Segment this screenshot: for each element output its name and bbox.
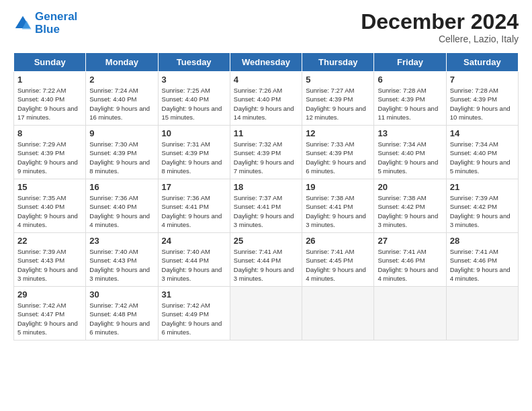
- day-number: 27: [378, 236, 442, 246]
- cell-info: Sunrise: 7:42 AM Sunset: 4:48 PM Dayligh…: [89, 301, 154, 336]
- header-day: Monday: [86, 53, 158, 72]
- day-number: 6: [378, 75, 442, 85]
- day-number: 18: [234, 182, 298, 192]
- cell-info: Sunrise: 7:41 AM Sunset: 4:45 PM Dayligh…: [306, 247, 370, 283]
- cell-info: Sunrise: 7:26 AM Sunset: 4:40 PM Dayligh…: [234, 86, 298, 122]
- cell-info: Sunrise: 7:42 AM Sunset: 4:47 PM Dayligh…: [17, 301, 82, 336]
- day-number: 11: [234, 128, 298, 138]
- day-number: 8: [17, 128, 82, 138]
- logo-text: General Blue: [35, 11, 77, 36]
- calendar-cell: 30Sunrise: 7:42 AM Sunset: 4:48 PM Dayli…: [86, 287, 158, 340]
- month-title: December 2024: [361, 11, 519, 32]
- day-number: 19: [306, 182, 370, 192]
- calendar-cell: 3Sunrise: 7:25 AM Sunset: 4:40 PM Daylig…: [158, 72, 230, 126]
- calendar-cell: 31Sunrise: 7:42 AM Sunset: 4:49 PM Dayli…: [158, 287, 230, 340]
- header-day: Saturday: [446, 53, 518, 72]
- calendar-week: 29Sunrise: 7:42 AM Sunset: 4:47 PM Dayli…: [14, 287, 519, 340]
- calendar-cell: 29Sunrise: 7:42 AM Sunset: 4:47 PM Dayli…: [14, 287, 86, 340]
- day-number: 16: [89, 182, 154, 192]
- calendar-cell: 10Sunrise: 7:31 AM Sunset: 4:39 PM Dayli…: [158, 126, 230, 179]
- cell-info: Sunrise: 7:39 AM Sunset: 4:42 PM Dayligh…: [450, 193, 515, 229]
- day-number: 5: [306, 75, 370, 85]
- day-number: 20: [378, 182, 442, 192]
- cell-info: Sunrise: 7:41 AM Sunset: 4:46 PM Dayligh…: [378, 247, 442, 283]
- day-number: 31: [162, 289, 226, 300]
- cell-info: Sunrise: 7:38 AM Sunset: 4:41 PM Dayligh…: [306, 193, 370, 229]
- cell-info: Sunrise: 7:40 AM Sunset: 4:43 PM Dayligh…: [89, 247, 154, 283]
- cell-info: Sunrise: 7:36 AM Sunset: 4:40 PM Dayligh…: [89, 193, 154, 229]
- cell-info: Sunrise: 7:29 AM Sunset: 4:39 PM Dayligh…: [17, 140, 82, 175]
- cell-info: Sunrise: 7:34 AM Sunset: 4:40 PM Dayligh…: [378, 140, 442, 175]
- cell-info: Sunrise: 7:41 AM Sunset: 4:46 PM Dayligh…: [450, 247, 515, 283]
- title-block: December 2024 Cellere, Lazio, Italy: [361, 11, 519, 44]
- calendar-cell: 16Sunrise: 7:36 AM Sunset: 4:40 PM Dayli…: [86, 179, 158, 233]
- calendar-cell: 21Sunrise: 7:39 AM Sunset: 4:42 PM Dayli…: [446, 179, 518, 233]
- cell-info: Sunrise: 7:36 AM Sunset: 4:41 PM Dayligh…: [162, 193, 226, 229]
- day-number: 14: [450, 128, 515, 138]
- calendar-cell: 4Sunrise: 7:26 AM Sunset: 4:40 PM Daylig…: [230, 72, 302, 126]
- calendar-cell: 12Sunrise: 7:33 AM Sunset: 4:39 PM Dayli…: [302, 126, 374, 179]
- day-number: 29: [17, 289, 82, 300]
- cell-info: Sunrise: 7:37 AM Sunset: 4:41 PM Dayligh…: [234, 193, 298, 229]
- header: General Blue December 2024 Cellere, Lazi…: [13, 11, 519, 44]
- day-number: 4: [234, 75, 298, 85]
- calendar-cell: 15Sunrise: 7:35 AM Sunset: 4:40 PM Dayli…: [14, 179, 86, 233]
- cell-info: Sunrise: 7:35 AM Sunset: 4:40 PM Dayligh…: [17, 193, 82, 229]
- location: Cellere, Lazio, Italy: [361, 34, 519, 44]
- calendar-cell: 1Sunrise: 7:22 AM Sunset: 4:40 PM Daylig…: [14, 72, 86, 126]
- calendar-cell: 13Sunrise: 7:34 AM Sunset: 4:40 PM Dayli…: [374, 126, 446, 179]
- day-number: 23: [89, 236, 154, 246]
- calendar-cell: 18Sunrise: 7:37 AM Sunset: 4:41 PM Dayli…: [230, 179, 302, 233]
- cell-info: Sunrise: 7:24 AM Sunset: 4:40 PM Dayligh…: [89, 86, 154, 122]
- header-day: Wednesday: [230, 53, 302, 72]
- cell-info: Sunrise: 7:28 AM Sunset: 4:39 PM Dayligh…: [378, 86, 442, 122]
- cell-info: Sunrise: 7:38 AM Sunset: 4:42 PM Dayligh…: [378, 193, 442, 229]
- calendar-cell: 9Sunrise: 7:30 AM Sunset: 4:39 PM Daylig…: [86, 126, 158, 179]
- cell-info: Sunrise: 7:27 AM Sunset: 4:39 PM Dayligh…: [306, 86, 370, 122]
- calendar-week: 1Sunrise: 7:22 AM Sunset: 4:40 PM Daylig…: [14, 72, 519, 126]
- day-number: 25: [234, 236, 298, 246]
- day-number: 3: [162, 75, 226, 85]
- day-number: 30: [89, 289, 154, 300]
- cell-info: Sunrise: 7:34 AM Sunset: 4:40 PM Dayligh…: [450, 140, 515, 175]
- cell-info: Sunrise: 7:31 AM Sunset: 4:39 PM Dayligh…: [162, 140, 226, 175]
- day-number: 24: [162, 236, 226, 246]
- calendar-cell: 7Sunrise: 7:28 AM Sunset: 4:39 PM Daylig…: [446, 72, 518, 126]
- cell-info: Sunrise: 7:41 AM Sunset: 4:44 PM Dayligh…: [234, 247, 298, 283]
- calendar-cell: 25Sunrise: 7:41 AM Sunset: 4:44 PM Dayli…: [230, 233, 302, 287]
- day-number: 26: [306, 236, 370, 246]
- cell-info: Sunrise: 7:22 AM Sunset: 4:40 PM Dayligh…: [17, 86, 82, 122]
- calendar-cell: 19Sunrise: 7:38 AM Sunset: 4:41 PM Dayli…: [302, 179, 374, 233]
- day-number: 28: [450, 236, 515, 246]
- cell-info: Sunrise: 7:28 AM Sunset: 4:39 PM Dayligh…: [450, 86, 515, 122]
- logo-icon: [13, 14, 32, 33]
- day-number: 2: [89, 75, 154, 85]
- calendar-cell: 24Sunrise: 7:40 AM Sunset: 4:44 PM Dayli…: [158, 233, 230, 287]
- calendar-cell: 27Sunrise: 7:41 AM Sunset: 4:46 PM Dayli…: [374, 233, 446, 287]
- header-day: Sunday: [14, 53, 86, 72]
- day-number: 15: [17, 182, 82, 192]
- calendar-cell: 23Sunrise: 7:40 AM Sunset: 4:43 PM Dayli…: [86, 233, 158, 287]
- day-number: 13: [378, 128, 442, 138]
- day-number: 21: [450, 182, 515, 192]
- cell-info: Sunrise: 7:25 AM Sunset: 4:40 PM Dayligh…: [162, 86, 226, 122]
- day-number: 17: [162, 182, 226, 192]
- header-day: Tuesday: [158, 53, 230, 72]
- calendar-cell: 5Sunrise: 7:27 AM Sunset: 4:39 PM Daylig…: [302, 72, 374, 126]
- header-day: Thursday: [302, 53, 374, 72]
- calendar-cell: 11Sunrise: 7:32 AM Sunset: 4:39 PM Dayli…: [230, 126, 302, 179]
- cell-info: Sunrise: 7:33 AM Sunset: 4:39 PM Dayligh…: [306, 140, 370, 175]
- day-number: 10: [162, 128, 226, 138]
- calendar-cell: 28Sunrise: 7:41 AM Sunset: 4:46 PM Dayli…: [446, 233, 518, 287]
- day-number: 22: [17, 236, 82, 246]
- calendar-cell: 22Sunrise: 7:39 AM Sunset: 4:43 PM Dayli…: [14, 233, 86, 287]
- cell-info: Sunrise: 7:32 AM Sunset: 4:39 PM Dayligh…: [234, 140, 298, 175]
- calendar-cell: 20Sunrise: 7:38 AM Sunset: 4:42 PM Dayli…: [374, 179, 446, 233]
- cell-info: Sunrise: 7:42 AM Sunset: 4:49 PM Dayligh…: [162, 301, 226, 336]
- logo: General Blue: [13, 11, 77, 36]
- day-number: 1: [17, 75, 82, 85]
- calendar-week: 22Sunrise: 7:39 AM Sunset: 4:43 PM Dayli…: [14, 233, 519, 287]
- header-row: SundayMondayTuesdayWednesdayThursdayFrid…: [14, 53, 519, 72]
- calendar-cell: [374, 287, 446, 340]
- header-day: Friday: [374, 53, 446, 72]
